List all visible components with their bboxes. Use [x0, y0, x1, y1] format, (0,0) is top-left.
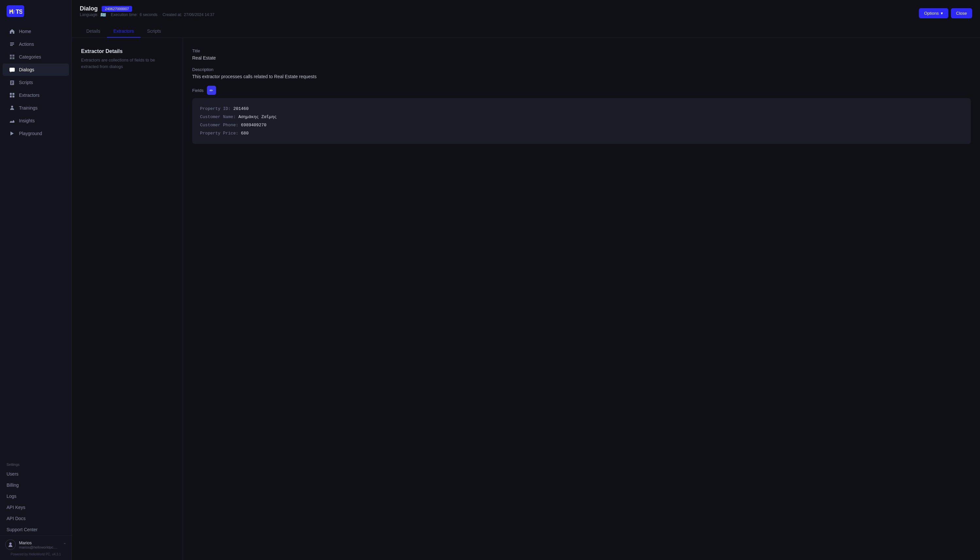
execution-label: Execution time:: [111, 12, 138, 17]
powered-by-text: Powered by HelloWorld PC, v4.3.1: [5, 552, 66, 556]
svg-point-12: [11, 106, 13, 108]
header-meta: Language: 🇬🇷 · Execution time: 6 seconds…: [80, 12, 214, 17]
flag-icon: 🇬🇷: [100, 12, 106, 17]
description-field-value: This extractor processes calls related t…: [192, 74, 971, 79]
settings-item-billing[interactable]: Billing: [0, 480, 71, 491]
customer-phone-value: 6989409270: [241, 123, 266, 128]
user-email: marios@helloworldpc....: [19, 545, 60, 549]
settings-item-api-keys[interactable]: API Keys: [0, 502, 71, 513]
logo-area: H / TS ⚡: [0, 0, 71, 22]
fields-box: Property ID: 201460 Customer Name: Ασημά…: [192, 98, 971, 144]
svg-text:TS: TS: [16, 8, 22, 15]
options-button[interactable]: Options ▾: [919, 8, 948, 18]
edit-fields-button[interactable]: ✏: [207, 86, 216, 95]
trainings-icon: [9, 105, 15, 111]
main-content: Dialog 240627000007 Language: 🇬🇷 · Execu…: [72, 0, 980, 560]
extractors-icon: [9, 92, 15, 98]
sidebar-item-extractors-label: Extractors: [19, 93, 40, 98]
extractor-details-title: Extractor Details: [81, 48, 174, 54]
property-price-key: Property Price:: [200, 131, 238, 136]
title-field-label: Title: [192, 48, 971, 53]
user-name: Marios: [19, 540, 60, 545]
header-left: Dialog 240627000007 Language: 🇬🇷 · Execu…: [80, 5, 214, 21]
field-row-property-price: Property Price: 680: [200, 129, 963, 137]
sidebar: H / TS ⚡ Home Actions Categories: [0, 0, 72, 560]
settings-item-users[interactable]: Users: [0, 468, 71, 480]
insights-icon: [9, 118, 15, 123]
sidebar-item-actions-label: Actions: [19, 42, 34, 47]
fields-section-label: Fields ✏: [192, 86, 971, 95]
scripts-icon: [9, 80, 15, 85]
sidebar-item-trainings-label: Trainings: [19, 105, 38, 110]
playground-icon: [9, 130, 15, 137]
user-row[interactable]: Marios marios@helloworldpc.... ⌃: [5, 539, 66, 550]
pencil-icon: ✏: [209, 88, 213, 93]
sidebar-item-categories[interactable]: Categories: [3, 51, 69, 63]
extractor-details-desc: Extractors are collections of fields to …: [81, 57, 174, 70]
property-id-value: 201460: [233, 106, 249, 111]
sidebar-item-trainings[interactable]: Trainings: [3, 102, 69, 114]
tabs: Details Extractors Scripts: [80, 25, 972, 38]
title-field-value: Real Estate: [192, 55, 971, 60]
field-row-property-id: Property ID: 201460: [200, 105, 963, 113]
sidebar-item-extractors[interactable]: Extractors: [3, 89, 69, 102]
left-panel: Extractor Details Extractors are collect…: [72, 38, 183, 560]
property-price-value: 680: [241, 131, 248, 136]
sidebar-item-playground-label: Playground: [19, 131, 42, 136]
svg-text:/: /: [13, 10, 15, 15]
chevron-down-icon: ▾: [941, 11, 943, 16]
user-info: Marios marios@helloworldpc....: [19, 540, 60, 549]
header-title-row: Dialog 240627000007: [80, 5, 214, 12]
close-button[interactable]: Close: [951, 8, 972, 18]
sidebar-nav: Home Actions Categories Dialogs Scripts: [0, 22, 71, 457]
sidebar-footer: Marios marios@helloworldpc.... ⌃ Powered…: [0, 535, 71, 560]
home-icon: [9, 28, 15, 34]
categories-icon: [9, 54, 15, 60]
tab-extractors[interactable]: Extractors: [107, 25, 141, 38]
created-value: 27/06/2024 14:37: [184, 12, 214, 17]
dialog-id-badge: 240627000007: [102, 6, 132, 12]
sidebar-item-insights[interactable]: Insights: [3, 115, 69, 127]
sidebar-item-scripts[interactable]: Scripts: [3, 76, 69, 88]
header-actions: Options ▾ Close: [919, 8, 972, 18]
svg-rect-10: [10, 95, 12, 97]
sidebar-item-home-label: Home: [19, 29, 31, 34]
dialogs-icon: [9, 67, 15, 73]
customer-phone-key: Customer Phone:: [200, 123, 238, 128]
dialog-title: Dialog: [80, 5, 98, 12]
customer-name-key: Customer Name:: [200, 115, 236, 119]
svg-rect-9: [12, 93, 14, 95]
settings-section-label: Settings: [0, 457, 71, 468]
sidebar-item-categories-label: Categories: [19, 54, 41, 60]
settings-item-logs[interactable]: Logs: [0, 491, 71, 502]
sidebar-item-insights-label: Insights: [19, 118, 35, 123]
svg-point-13: [10, 543, 12, 545]
avatar: [5, 539, 16, 550]
content-area: Extractor Details Extractors are collect…: [72, 38, 980, 560]
svg-rect-11: [12, 95, 14, 97]
sidebar-item-dialogs-label: Dialogs: [19, 67, 34, 72]
settings-item-support-center[interactable]: Support Center: [0, 524, 71, 535]
header: Dialog 240627000007 Language: 🇬🇷 · Execu…: [72, 0, 980, 38]
logo: H / TS ⚡: [7, 5, 24, 17]
sidebar-item-scripts-label: Scripts: [19, 80, 33, 85]
property-id-key: Property ID:: [200, 106, 231, 111]
language-label: Language:: [80, 12, 98, 17]
sidebar-item-playground[interactable]: Playground: [3, 127, 69, 140]
chevron-icon: ⌃: [63, 542, 66, 547]
settings-section: Settings Users Billing Logs API Keys API…: [0, 457, 71, 535]
sidebar-item-home[interactable]: Home: [3, 25, 69, 38]
description-field-label: Description: [192, 67, 971, 72]
right-panel: Title Real Estate Description This extra…: [183, 38, 980, 560]
settings-item-api-docs[interactable]: API Docs: [0, 513, 71, 524]
svg-rect-8: [10, 93, 12, 95]
tab-scripts[interactable]: Scripts: [141, 25, 168, 38]
execution-value: 6 seconds: [140, 12, 158, 17]
actions-icon: [9, 41, 15, 47]
header-top: Dialog 240627000007 Language: 🇬🇷 · Execu…: [80, 5, 972, 21]
customer-name-value: Ασημάκης Ζαΐμης: [238, 115, 277, 119]
sidebar-item-dialogs[interactable]: Dialogs: [3, 63, 69, 76]
field-row-customer-name: Customer Name: Ασημάκης Ζαΐμης: [200, 113, 963, 121]
sidebar-item-actions[interactable]: Actions: [3, 38, 69, 50]
tab-details[interactable]: Details: [80, 25, 107, 38]
